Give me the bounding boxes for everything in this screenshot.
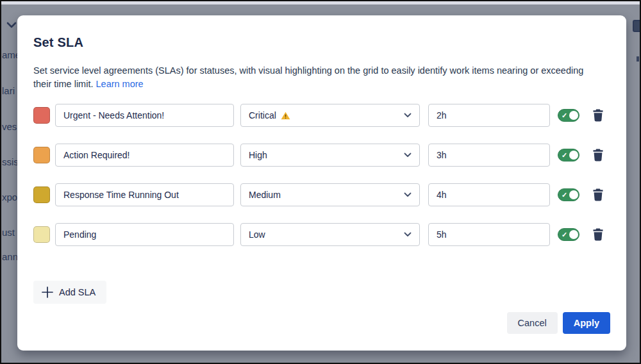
cancel-button[interactable]: Cancel (507, 312, 558, 334)
clipboard-icon (633, 20, 641, 32)
sla-time-input[interactable] (428, 104, 550, 127)
sla-name-input[interactable] (55, 104, 234, 127)
sla-row: High ✓ (33, 144, 610, 167)
sla-row: Medium ✓ (33, 183, 610, 206)
sla-name-input[interactable] (55, 223, 234, 246)
trash-icon[interactable] (592, 188, 604, 202)
plus-icon (42, 286, 53, 298)
sla-color-swatch[interactable] (33, 147, 50, 163)
background-text-fragment: ust (2, 227, 15, 238)
background-text-fragment: ann (2, 251, 18, 262)
background-text-fragment: lari (2, 85, 15, 96)
toggle-knob (569, 111, 578, 120)
trash-icon[interactable] (592, 228, 604, 242)
warning-icon (281, 112, 290, 120)
sla-priority-select[interactable]: High (240, 144, 420, 167)
background-text-fragment: ves (2, 121, 17, 132)
check-icon: ✓ (562, 112, 567, 120)
chevron-down-icon (404, 113, 412, 118)
sla-priority-value: High (249, 150, 267, 160)
sla-enabled-toggle[interactable]: ✓ (558, 149, 579, 161)
sla-priority-value: Medium (249, 190, 281, 200)
sla-rows: Critical ✓ High (33, 104, 610, 246)
sla-time-input[interactable] (428, 144, 550, 167)
sla-priority-select[interactable]: Medium (240, 183, 420, 206)
check-icon: ✓ (562, 231, 567, 239)
sla-priority-value: Low (249, 229, 265, 240)
sla-color-swatch[interactable] (33, 107, 50, 124)
sla-name-input[interactable] (55, 144, 234, 167)
background-text-fragment: ssis (2, 156, 19, 167)
toggle-knob (569, 190, 578, 199)
trash-icon[interactable] (592, 108, 604, 122)
dialog-description: Set service level agreements (SLAs) for … (33, 64, 604, 91)
sla-row: Low ✓ (33, 223, 610, 246)
sla-time-input[interactable] (428, 183, 550, 206)
background-artifact (637, 56, 639, 62)
set-sla-dialog: Set SLA Set service level agreements (SL… (17, 15, 626, 351)
dialog-title: Set SLA (33, 35, 610, 50)
sla-color-swatch[interactable] (33, 186, 50, 203)
learn-more-link[interactable]: Learn more (96, 79, 144, 89)
sla-enabled-toggle[interactable]: ✓ (558, 109, 579, 122)
sla-row: Critical ✓ (33, 104, 610, 127)
sla-enabled-toggle[interactable]: ✓ (558, 188, 579, 201)
add-sla-label: Add SLA (59, 287, 96, 297)
sla-time-input[interactable] (428, 223, 550, 246)
trash-icon[interactable] (592, 148, 604, 162)
dialog-footer: Cancel Apply (507, 312, 610, 334)
add-sla-button[interactable]: Add SLA (33, 281, 106, 304)
check-icon: ✓ (562, 151, 567, 160)
chevron-down-icon (6, 21, 17, 29)
sla-color-swatch[interactable] (33, 226, 50, 243)
check-icon: ✓ (562, 191, 567, 199)
background-text-fragment: xpo (2, 192, 17, 203)
chevron-down-icon (404, 153, 412, 158)
apply-button[interactable]: Apply (563, 312, 610, 334)
sla-priority-value: Critical (249, 110, 276, 120)
chevron-down-icon (404, 192, 412, 197)
window-top-strip (1, 1, 640, 4)
toggle-knob (569, 230, 578, 239)
sla-name-input[interactable] (55, 183, 234, 206)
sla-priority-select[interactable]: Low (240, 223, 420, 246)
toggle-knob (569, 151, 578, 160)
chevron-down-icon (404, 232, 412, 237)
sla-priority-select[interactable]: Critical (240, 104, 420, 127)
sla-enabled-toggle[interactable]: ✓ (558, 228, 579, 241)
